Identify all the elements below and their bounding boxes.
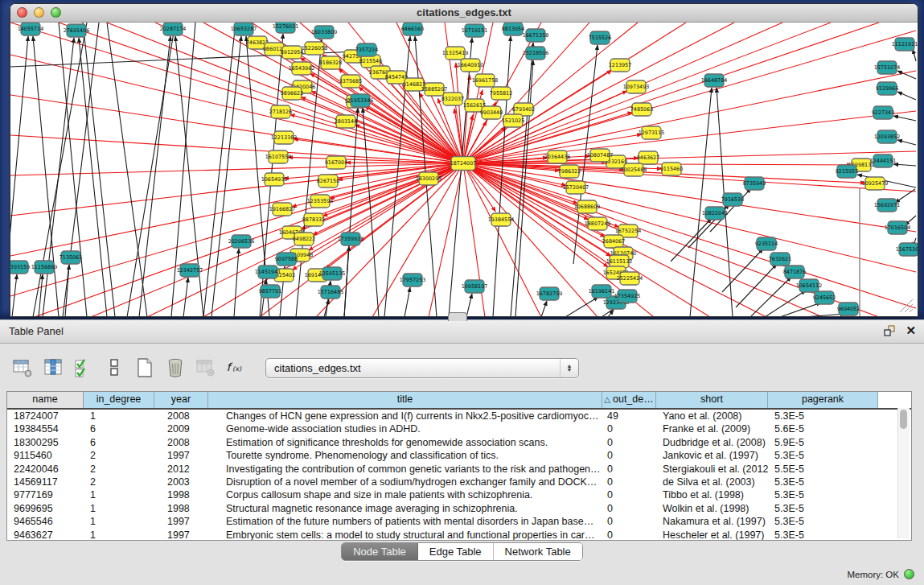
tab-node-table[interactable]: Node Table	[342, 543, 418, 560]
column-header-pagerank[interactable]: pagerank	[768, 392, 878, 408]
column-header-in_degree[interactable]: in_degree	[84, 392, 154, 408]
table-row[interactable]: 969969511998Structural magnetic resonanc…	[7, 502, 911, 515]
status-bar: Memory: OK	[847, 569, 914, 579]
row-height-icon[interactable]	[103, 357, 125, 379]
tab-edge-table[interactable]: Edge Table	[418, 543, 494, 560]
column-header-title[interactable]: title	[208, 392, 602, 408]
table-cell: 5.3E-5	[768, 488, 878, 501]
table-cell: 49	[602, 410, 656, 422]
table-cell: 2	[84, 449, 154, 462]
graph-node-label: 11325419	[442, 50, 469, 56]
tab-network-table[interactable]: Network Table	[494, 543, 582, 560]
scrollbar-thumb[interactable]	[900, 410, 907, 429]
table-tabs: Node TableEdge TableNetwork Table	[341, 542, 583, 561]
table-row[interactable]: 946362711997Embryonic stem cells: a mode…	[7, 529, 911, 541]
graph-node-label: 9498222	[293, 236, 315, 242]
network-window[interactable]: citations_edges.txt 74638229860128891295…	[10, 3, 918, 317]
graph-node-label: 16115132	[606, 258, 633, 265]
column-header-out_de[interactable]: △out_de…	[602, 392, 656, 408]
column-header-short[interactable]: short	[656, 392, 768, 408]
table-cell: 2	[84, 463, 154, 476]
table-toolbar: f (x) citations_edges.txt ▲▼	[11, 355, 579, 381]
table-selector-dropdown[interactable]: citations_edges.txt ▲▼	[265, 358, 579, 378]
graph-node-label: 7955812	[490, 90, 512, 97]
select-columns-icon[interactable]	[72, 357, 94, 379]
graph-node-label: 15276021	[273, 23, 299, 30]
graph-node-label: 1213957	[609, 62, 631, 68]
graph-node-label: 9896622	[281, 90, 303, 97]
graph-node-label: 14055714	[18, 26, 44, 32]
table-cell: 5.3E-5	[768, 502, 878, 515]
table-cell: Jankovic et al. (1997)	[656, 449, 768, 462]
table-cell: Tibbo et al. (1998)	[656, 488, 768, 501]
table-cell: 1998	[154, 488, 208, 501]
graph-edge	[33, 36, 59, 317]
graph-edge	[897, 71, 916, 79]
window-titlebar[interactable]: citations_edges.txt	[10, 4, 918, 23]
graph-edge	[897, 92, 916, 100]
graph-edge	[59, 23, 87, 317]
table-row[interactable]: 1938455462009Genome-wide association stu…	[7, 422, 911, 435]
graph-node-label: 2803144	[335, 118, 357, 125]
graph-node-label: 10688609	[574, 204, 601, 210]
function-builder-icon[interactable]: f (x)	[225, 357, 247, 379]
import-table-icon[interactable]	[195, 357, 216, 379]
table-panel-header[interactable]: Table Panel ✕	[0, 319, 924, 344]
graph-node-label: 11451941	[255, 269, 281, 275]
table-cell: 1997	[154, 449, 208, 462]
graph-node-label: 10925479	[862, 180, 889, 187]
float-window-icon[interactable]	[883, 324, 896, 337]
table-row[interactable]: 1872400712008Changes of HCN gene express…	[7, 410, 911, 422]
table-cell: 0	[602, 476, 656, 488]
new-table-icon[interactable]	[133, 357, 155, 379]
graph-node-label: 7916538	[721, 196, 744, 203]
table-cell: 18300295	[7, 436, 84, 449]
table-row[interactable]: 977716911998Corpus callosum shape and si…	[7, 488, 911, 501]
table-row[interactable]: 911546021997Tourette syndrome. Phenomeno…	[7, 449, 911, 462]
resize-grip-icon[interactable]	[900, 299, 913, 312]
column-header-name[interactable]: name	[7, 392, 84, 408]
column-selector-icon[interactable]	[42, 357, 64, 379]
table-row[interactable]: 1456911722003Disruption of a novel membe…	[7, 476, 911, 488]
graph-node-label: 20287174	[160, 26, 187, 32]
graph-node-label: 16671358	[523, 32, 549, 39]
graph-edge	[83, 23, 115, 317]
table-cell: 1	[84, 410, 154, 422]
graph-edge	[10, 36, 28, 317]
graph-node-label: 16648784	[701, 77, 728, 84]
column-header-year[interactable]: year	[154, 392, 208, 408]
table-row[interactable]: 1830029562008Estimation of significance …	[7, 436, 911, 449]
graph-node-label: 12342757	[177, 267, 203, 274]
graph-node-label: 15885207	[421, 86, 448, 93]
table-cell: 0	[602, 449, 656, 462]
graph-node-label: 10653287	[231, 26, 257, 32]
graph-node-label: 8912954	[281, 49, 303, 56]
table-cell: Corpus callosum shape and size in male p…	[208, 488, 602, 501]
graph-edge	[565, 297, 598, 317]
table-row[interactable]: 2242004622012Investigating the contribut…	[7, 463, 911, 476]
graph-node-label: 9227343	[872, 109, 894, 116]
delete-icon[interactable]	[164, 357, 186, 379]
graph-edge	[671, 218, 712, 262]
node-table[interactable]: namein_degreeyeartitle△out_de…shortpager…	[6, 391, 912, 541]
graph-node-label: 15720407	[563, 184, 589, 191]
graph-node-label: 15692971	[874, 202, 901, 208]
close-icon[interactable]: ✕	[906, 323, 916, 338]
svg-text:(x): (x)	[232, 365, 242, 373]
table-cell: 0	[602, 515, 656, 528]
graph-node-label: 9115460	[660, 166, 683, 172]
table-settings-icon[interactable]	[11, 357, 33, 379]
graph-node-label: 8878332	[302, 216, 325, 223]
graph-node-label: 7357224	[355, 47, 378, 53]
table-row[interactable]: 946554611997Estimation of the future num…	[7, 515, 911, 528]
graph-node-label: 16196141	[589, 288, 615, 295]
graph-edge	[463, 23, 879, 163]
graph-edge	[897, 140, 916, 145]
graph-node-label: 9694052	[837, 306, 860, 312]
network-canvas[interactable]: 7463822986012889129541654396222420046989…	[10, 23, 918, 317]
table-cell: 5.9E-5	[768, 436, 878, 449]
panel-drag-handle[interactable]	[448, 312, 467, 321]
citation-network-graph[interactable]: 7463822986012889129541654396222420046989…	[10, 23, 918, 317]
vertical-scrollbar[interactable]	[897, 408, 910, 538]
graph-node-label: 12444151	[870, 158, 897, 164]
